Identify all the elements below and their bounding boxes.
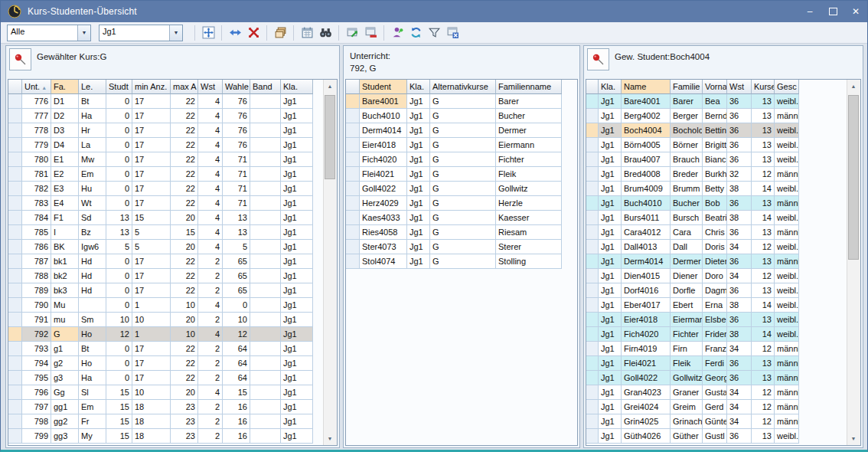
cell[interactable]: 16: [223, 414, 250, 429]
cell[interactable]: Bred4008: [622, 167, 671, 182]
cell[interactable]: 2: [198, 342, 223, 356]
cell[interactable]: 32: [727, 167, 752, 182]
cell[interactable]: 2: [198, 356, 223, 371]
cell[interactable]: Jg1: [407, 211, 430, 225]
cell[interactable]: weibl.: [775, 429, 799, 444]
cell[interactable]: Grinach: [671, 414, 703, 429]
row-selector[interactable]: [586, 371, 599, 385]
pin-button[interactable]: [587, 48, 609, 70]
cell[interactable]: [250, 429, 281, 444]
row-selector[interactable]: [586, 152, 599, 167]
cell[interactable]: Jg1: [599, 414, 622, 429]
cell[interactable]: Jg1: [281, 298, 313, 313]
cell[interactable]: Dall4013: [622, 240, 671, 254]
cell[interactable]: Hd: [79, 283, 106, 298]
table-row[interactable]: Goll4022Jg1GGollwitz: [346, 182, 562, 196]
cell[interactable]: 791: [22, 313, 51, 327]
cell[interactable]: 4: [198, 138, 223, 152]
cell[interactable]: 4: [198, 182, 223, 196]
column-header[interactable]: max A: [171, 80, 198, 94]
cell[interactable]: [250, 269, 281, 283]
student-icon[interactable]: [388, 24, 406, 42]
table-row[interactable]: Jg1Gran4023GranerGusta3412männl: [586, 385, 799, 400]
cell[interactable]: [250, 123, 281, 138]
cell[interactable]: 15: [106, 385, 132, 400]
cell[interactable]: 779: [22, 138, 51, 152]
cell[interactable]: 16: [223, 400, 250, 414]
row-selector[interactable]: [586, 123, 599, 138]
table-row[interactable]: Jg1Goll4022GollwitzGeorg3613männl: [586, 371, 799, 385]
cell[interactable]: Bocholc: [671, 123, 703, 138]
cell[interactable]: Jg1: [599, 342, 622, 356]
cell[interactable]: Hd: [79, 269, 106, 283]
cell[interactable]: Eier4018: [360, 138, 407, 152]
cell[interactable]: 23: [171, 429, 198, 444]
cell[interactable]: 2: [198, 283, 223, 298]
table-row[interactable]: 776D1Bt01722476Jg1: [8, 94, 313, 109]
cell[interactable]: Ha: [79, 371, 106, 385]
cell[interactable]: 782: [22, 182, 51, 196]
cell[interactable]: 15: [171, 225, 198, 240]
cell[interactable]: 36: [727, 283, 752, 298]
cell[interactable]: Jg1: [281, 414, 313, 429]
cell[interactable]: [250, 254, 281, 269]
row-selector[interactable]: [8, 240, 22, 254]
column-header[interactable]: Le.: [79, 80, 106, 94]
cell[interactable]: 22: [171, 182, 198, 196]
cell[interactable]: Boch4004: [622, 123, 671, 138]
cell[interactable]: 789: [22, 283, 51, 298]
table-row[interactable]: 781E2Em01722471Jg1: [8, 167, 313, 182]
cell[interactable]: Frider: [703, 327, 727, 342]
cell[interactable]: Jg1: [599, 123, 622, 138]
cell[interactable]: 34: [727, 342, 752, 356]
cell[interactable]: 1: [132, 298, 171, 313]
table-row[interactable]: Jg1Fich4020FichterFrider3814weibl.: [586, 327, 799, 342]
cell[interactable]: 17: [132, 254, 171, 269]
table-row[interactable]: Jg1Buch4010BucherBob3613männl: [586, 196, 799, 211]
cell[interactable]: Jg1: [407, 254, 430, 269]
cell[interactable]: weibl.: [775, 123, 799, 138]
cell[interactable]: 76: [223, 123, 250, 138]
cell[interactable]: Jg1: [281, 356, 313, 371]
cell[interactable]: Bare4001: [622, 94, 671, 109]
cell[interactable]: Gusta: [703, 385, 727, 400]
cell[interactable]: 22: [171, 123, 198, 138]
table-row[interactable]: 779D4La01722476Jg1: [8, 138, 313, 152]
column-header[interactable]: Kla.: [599, 80, 622, 94]
row-selector[interactable]: [346, 138, 360, 152]
class-filter-combobox[interactable]: Jg1 ▼: [99, 25, 183, 41]
cell[interactable]: Jg1: [281, 196, 313, 211]
cell[interactable]: Jg1: [281, 283, 313, 298]
chevron-down-icon[interactable]: ▼: [77, 25, 90, 41]
cell[interactable]: 4: [198, 298, 223, 313]
cell[interactable]: Sm: [79, 313, 106, 327]
cell[interactable]: Jg1: [599, 211, 622, 225]
cell[interactable]: Jg1: [281, 429, 313, 444]
cell[interactable]: Diener: [671, 269, 703, 283]
row-selector[interactable]: [8, 414, 22, 429]
delete-red-cross-icon[interactable]: [244, 24, 263, 42]
cell[interactable]: 12: [752, 414, 775, 429]
cell[interactable]: [250, 196, 281, 211]
cell[interactable]: gg3: [51, 429, 79, 444]
cell[interactable]: 22: [171, 94, 198, 109]
maximize-button[interactable]: [821, 1, 844, 22]
cell[interactable]: 34: [727, 385, 752, 400]
minimize-button[interactable]: –: [798, 1, 821, 22]
table-row[interactable]: 777D2Ha01722476Jg1: [8, 109, 313, 123]
row-selector[interactable]: [346, 211, 360, 225]
cell[interactable]: gg2: [51, 414, 79, 429]
cell[interactable]: Bt: [79, 94, 106, 109]
row-selector[interactable]: [8, 196, 22, 211]
cell[interactable]: 13: [223, 225, 250, 240]
refresh-icon[interactable]: [406, 24, 425, 42]
table-row[interactable]: Ster4073Jg1GSterer: [346, 240, 562, 254]
cell[interactable]: 17: [132, 283, 171, 298]
table-row[interactable]: Flei4021Jg1GFleik: [346, 167, 562, 182]
row-selector[interactable]: [586, 327, 599, 342]
cell[interactable]: 20: [171, 385, 198, 400]
row-selector[interactable]: [8, 269, 22, 283]
row-selector[interactable]: [586, 211, 599, 225]
cell[interactable]: 14: [752, 298, 775, 313]
cell[interactable]: 780: [22, 152, 51, 167]
